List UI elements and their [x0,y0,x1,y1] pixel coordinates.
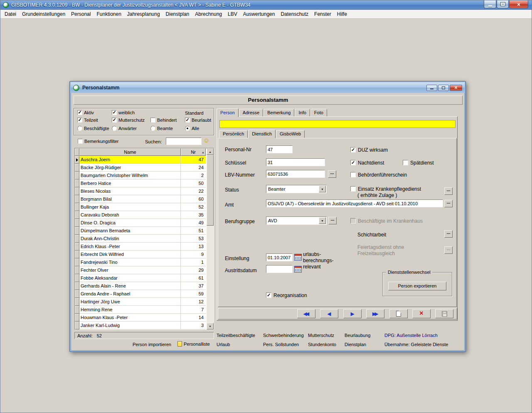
schluessel-field[interactable] [266,158,325,166]
menu-item[interactable]: LBV [225,10,240,18]
table-row[interactable]: Dinse O. Dragica 49 [75,219,207,227]
filter-mutterschutz-checkbox[interactable]: ✓ Mutterschutz [112,118,145,123]
berufsgruppe-browse-button[interactable]: ... [328,217,337,224]
filter-weiblich-checkbox[interactable]: ✓ weiblich [112,110,135,116]
shortcut-link[interactable]: Pers. Sollstunden [263,342,308,347]
chevron-down-icon[interactable]: ▼ [319,217,326,224]
spaetdienst-checkbox[interactable]: ✓ Spätdienst [403,160,434,166]
lbv-nummer-field[interactable] [266,170,325,178]
behoerdenfuehrerschein-checkbox[interactable]: ✓ Behördenführerschein [350,172,407,178]
minimize-button[interactable] [484,0,496,8]
einstellung-field[interactable] [266,253,293,261]
name-column-header[interactable]: Name [79,148,181,156]
menu-item[interactable]: Fenster [311,10,334,18]
shortcut-link[interactable]: Urlaub [217,342,263,347]
save-record-button[interactable] [435,309,453,318]
table-row[interactable]: Caravaku Deborah 35 [75,211,207,219]
scroll-up-button[interactable]: ▲ [207,148,214,155]
table-row[interactable]: Fobbe Aleksandar 61 [75,274,207,282]
reorganisation-checkbox[interactable]: ✓ Reorganisation [266,293,307,298]
child-maximize-button[interactable] [438,85,449,91]
table-row[interactable]: Hartinger Jörg Uwe 12 [75,298,207,306]
table-row[interactable]: Backe Jörg-Rüdiger 24 [75,164,207,172]
tab[interactable]: Bemerkung [264,109,294,117]
table-row[interactable]: Berbero Hatice 50 [75,179,207,187]
person-exportieren-button[interactable]: Person exportieren [388,282,446,290]
tab[interactable]: Info [295,109,310,117]
scrollbar-thumb[interactable] [207,155,214,226]
table-row[interactable]: Bullinger Kaja 52 [75,203,207,211]
maximize-button[interactable] [497,0,509,8]
filter-beamte-radio[interactable]: Beamte [150,126,173,131]
first-record-button[interactable]: ◀◀ [297,309,315,318]
table-row[interactable]: Grenda Andre - Raphael 59 [75,290,207,298]
scroll-down-button[interactable]: ▼ [207,323,214,329]
menu-item[interactable]: Auswertungen [240,10,278,18]
table-row[interactable]: Fechter Olver 29 [75,266,207,274]
table-row[interactable]: Gerhards Alain - Rene 37 [75,282,207,290]
menu-item[interactable]: Dienstplan [163,10,192,18]
smiley-icon[interactable]: ☺ [203,137,209,143]
shortcut-link[interactable]: Beurlaubung [345,333,384,338]
filter-teilzeit-checkbox[interactable]: ✓ Teilzeit [77,118,98,123]
amt-browse-button[interactable]: ... [444,200,453,207]
amt-field[interactable] [266,199,443,207]
table-row[interactable]: Borgmann Bilal 60 [75,195,207,203]
filter-anwaerter-radio[interactable]: Anwärter [112,126,137,131]
krankenpflegedienst-checkbox[interactable]: ✓ Einsatz Krankenpflegedienst [350,186,421,192]
austrittsdatum-field[interactable] [266,265,293,273]
shortcut-link[interactable]: Übernahme: Geleistete Dienste [384,342,464,347]
shortcut-link[interactable]: DPG: Außenstelle Lörrach [384,333,464,338]
menu-item[interactable]: Funktionen [94,10,124,18]
filter-behindert-checkbox[interactable]: ✓ Behindert [150,118,177,123]
duz-wirksam-checkbox[interactable]: ✓ DUZ wirksam [350,147,388,153]
child-close-button[interactable]: × [450,85,462,91]
table-row[interactable]: Fandrejewski Tino 1 [75,258,207,266]
child-minimize-button[interactable] [426,85,437,91]
menu-item[interactable]: Hilfe [334,10,350,18]
filter-alle-radio[interactable]: Alle [185,126,199,131]
table-row[interactable]: Erbrecht Dirk Wilfried 9 [75,251,207,258]
menu-item[interactable]: Grundeinstellungen [19,10,68,18]
table-row[interactable]: Janker Karl-Ludwig 3 [75,322,207,329]
tab[interactable]: Adresse [239,109,263,117]
chevron-down-icon[interactable]: ▼ [319,186,326,192]
table-row[interactable]: Dümpelmann Bernadeta 51 [75,227,207,235]
menu-item[interactable]: Abrechnung [192,10,225,18]
nr-column-header[interactable]: Nr▲ [181,148,206,156]
filter-beschaeftigte-radio[interactable]: Beschäftigte [77,126,109,131]
tab[interactable]: Foto [310,109,327,117]
shortcut-link[interactable]: Stundenkonto [308,342,345,347]
nachtdienst-checkbox[interactable]: ✓ Nachtdienst [350,160,384,166]
personal-nr-field[interactable] [266,145,293,153]
schichtarbeit-browse-button[interactable]: ... [444,230,453,238]
lbv-browse-button[interactable]: ... [328,170,336,178]
sub-tab[interactable]: Persönlich [219,130,248,138]
table-row[interactable]: Baumgarten Christopher Wilhelm 2 [75,172,207,179]
table-row[interactable]: Durak Ann-Christin 53 [75,235,207,243]
close-button[interactable]: × [509,0,528,8]
sub-tab[interactable]: GisboWeb [276,130,305,138]
tab[interactable]: Person [217,108,239,117]
calendar-icon[interactable] [294,266,302,273]
bemerkungsfilter-checkbox[interactable]: ✓ Bemerkungsfilter [78,139,119,144]
table-scrollbar[interactable]: ▲ ▼ [207,148,214,329]
menu-item[interactable]: Personal [68,10,94,18]
next-record-button[interactable]: ▶ [343,309,362,318]
shortcut-link[interactable]: Schwerbehinderung [263,333,308,338]
berufsgruppe-dropdown[interactable]: AVD ▼ [266,216,327,225]
shortcut-link[interactable]: Dienstplan [345,342,384,347]
previous-record-button[interactable]: ◀ [320,309,338,318]
calendar-icon[interactable] [294,254,302,261]
sub-tab[interactable]: Dienstlich [248,130,276,138]
person-importieren-button[interactable]: Person importieren [133,342,171,347]
table-row[interactable]: Edrich Klaus -Peter 13 [75,243,207,251]
krankenpflege-browse-button[interactable]: ... [444,187,453,195]
menu-item[interactable]: Datei [2,10,19,18]
delete-record-button[interactable]: × [412,309,431,318]
personalliste-button[interactable]: Personalliste [177,341,210,347]
filter-aktiv-checkbox[interactable]: ✓ Aktiv [77,110,94,116]
table-row[interactable]: Bleses Nicolas 22 [75,187,207,195]
menu-item[interactable]: Jahresplanung [124,10,163,18]
filter-beurlaubt-checkbox[interactable]: ✓ Beurlaubt [185,118,211,123]
